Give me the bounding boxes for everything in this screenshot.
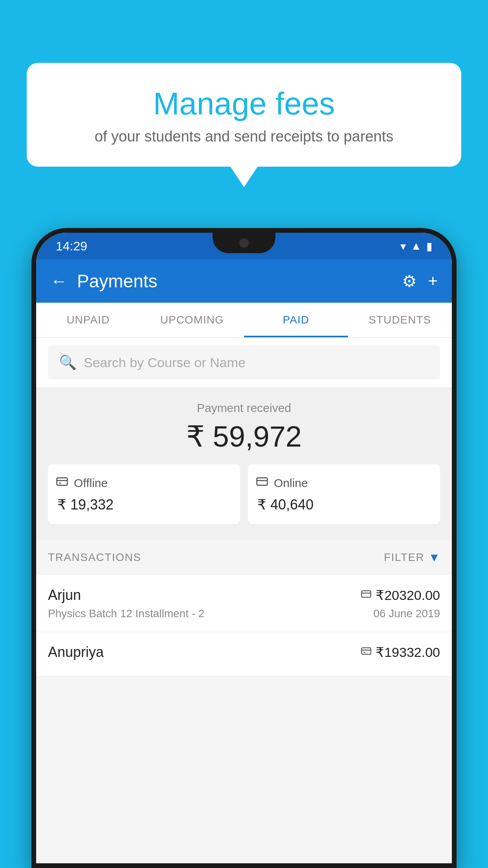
app-bar: ← Payments ⚙ + [36,259,452,303]
svg-rect-5 [362,590,371,597]
offline-amount: ₹ 19,332 [56,497,232,513]
transactions-header: TRANSACTIONS FILTER ▼ [36,540,452,575]
add-icon[interactable]: + [428,272,438,291]
filter-icon: ▼ [428,551,440,564]
payment-received-label: Payment received [48,401,440,415]
status-icons: ▾ ▲ ▮ [400,240,432,253]
online-icon [256,475,268,491]
search-icon: 🔍 [59,354,77,371]
transaction-row[interactable]: Arjun ₹20320.00 Physics Batch 12 Install… [36,575,452,632]
online-label: Online [274,476,308,490]
speech-bubble: Manage fees of your students and send re… [27,63,461,167]
online-amount: ₹ 40,640 [256,497,432,513]
battery-icon: ▮ [426,240,432,253]
app-bar-title: Payments [77,270,393,292]
online-card: Online ₹ 40,640 [248,464,440,524]
transaction-amount-wrap: ₹19332.00 [361,644,440,660]
transaction-row[interactable]: Anupriya ₹19332.00 [36,632,452,677]
transaction-amount-wrap: ₹20320.00 [361,587,440,603]
search-container: 🔍 Search by Course or Name [36,338,452,387]
back-button[interactable]: ← [50,271,68,291]
transaction-name: Arjun [48,587,81,603]
payment-type-icon [361,645,372,659]
tab-paid[interactable]: PAID [244,303,348,337]
tab-unpaid[interactable]: UNPAID [36,303,140,337]
wifi-icon: ▾ [400,240,406,253]
offline-card-top: Offline [56,475,232,491]
filter-button[interactable]: FILTER ▼ [384,551,440,564]
bubble-subtitle: of your students and send receipts to pa… [46,128,442,145]
signal-icon: ▲ [411,240,422,252]
transaction-bottom: Physics Batch 12 Installment - 2 06 June… [48,607,440,620]
transaction-amount: ₹19332.00 [376,644,440,660]
payment-total-amount: ₹ 59,972 [48,419,440,453]
offline-icon [56,475,68,491]
status-time: 14:29 [56,239,87,254]
payment-cards: Offline ₹ 19,332 Online ₹ 4 [48,464,440,524]
transaction-date: 06 June 2019 [373,607,440,620]
payment-received-section: Payment received ₹ 59,972 Offline [36,387,452,540]
transaction-name: Anupriya [48,644,104,660]
transaction-top: Anupriya ₹19332.00 [48,644,440,660]
offline-card: Offline ₹ 19,332 [48,464,240,524]
filter-label: FILTER [384,551,424,564]
search-box[interactable]: 🔍 Search by Course or Name [48,346,440,379]
settings-icon[interactable]: ⚙ [402,272,417,291]
tabs: UNPAID UPCOMING PAID STUDENTS [36,303,452,338]
svg-rect-0 [57,478,68,485]
status-bar: 14:29 ▾ ▲ ▮ [36,233,452,259]
camera-dot [239,238,249,248]
tab-upcoming[interactable]: UPCOMING [140,303,244,337]
transaction-course: Physics Batch 12 Installment - 2 [48,607,204,620]
online-card-top: Online [256,475,432,491]
transaction-amount: ₹20320.00 [376,587,440,603]
search-input[interactable]: Search by Course or Name [84,355,246,370]
notch [213,233,275,253]
svg-rect-3 [257,478,268,485]
transaction-top: Arjun ₹20320.00 [48,587,440,603]
app-bar-actions: ⚙ + [402,272,438,291]
svg-rect-7 [362,647,371,654]
payment-type-icon [361,588,372,602]
transactions-label: TRANSACTIONS [48,551,141,564]
phone-screen: 14:29 ▾ ▲ ▮ ← Payments ⚙ + UNPAID UPCOMI… [36,233,452,863]
phone-frame: 14:29 ▾ ▲ ▮ ← Payments ⚙ + UNPAID UPCOMI… [31,228,457,868]
tab-students[interactable]: STUDENTS [348,303,452,337]
bubble-title: Manage fees [46,86,442,121]
offline-label: Offline [74,476,108,490]
